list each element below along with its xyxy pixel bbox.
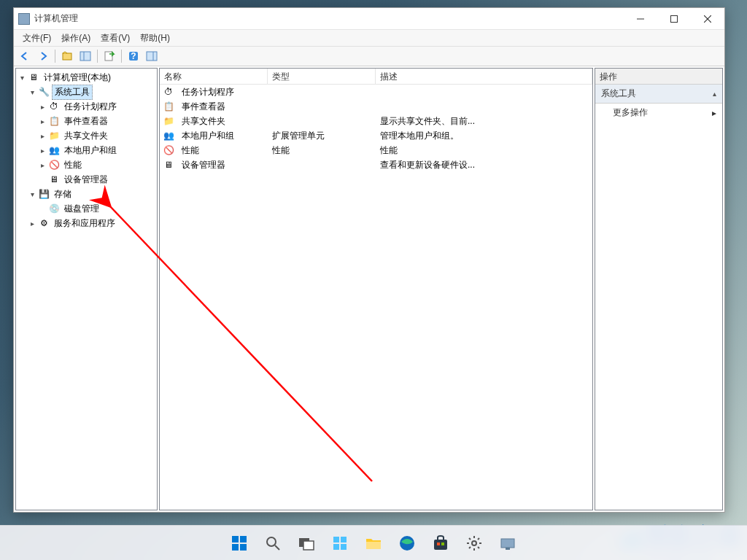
folder-icon: 📁 (48, 130, 60, 141)
maximize-button[interactable] (657, 8, 691, 30)
col-desc[interactable]: 描述 (376, 69, 592, 84)
expand-icon[interactable]: ▸ (36, 161, 48, 169)
cell-type (268, 164, 376, 166)
menu-action[interactable]: 操作(A) (57, 30, 95, 47)
tree-device-manager[interactable]: ▸ 🖥 设备管理器 (16, 172, 157, 187)
svg-line-18 (275, 545, 279, 550)
menu-help[interactable]: 帮助(H) (136, 30, 174, 47)
settings-button[interactable] (460, 529, 489, 558)
cell-name: 本地用户和组 (177, 129, 268, 143)
show-hide-tree-button[interactable] (77, 48, 93, 64)
taskbar[interactable] (0, 525, 747, 560)
computer-management-window: 计算机管理 文件(F) 操作(A) 查看(V) 帮助(H) ? ▾ 🖥 (13, 7, 725, 513)
app-taskbar-icon[interactable] (493, 529, 522, 558)
col-type[interactable]: 类型 (268, 69, 376, 84)
window-title: 计算机管理 (34, 12, 624, 25)
cell-name: 共享文件夹 (177, 114, 268, 128)
tree-storage[interactable]: ▾ 💾 存储 (16, 187, 157, 201)
event-icon: 📋 (48, 115, 60, 127)
tree-performance[interactable]: ▸ 🚫 性能 (16, 158, 157, 172)
tree-disk-management[interactable]: ▸ 💿 磁盘管理 (16, 201, 157, 216)
list-row[interactable]: 🖥设备管理器查看和更新设备硬件设... (160, 158, 592, 172)
svg-rect-7 (105, 52, 112, 61)
help-button[interactable]: ? (125, 48, 142, 64)
tree-shared-folders[interactable]: ▸ 📁 共享文件夹 (16, 128, 157, 143)
list-row[interactable]: 👥本地用户和组扩展管理单元管理本地用户和组。 (160, 128, 592, 143)
search-button[interactable] (258, 529, 287, 558)
menu-file[interactable]: 文件(F) (18, 30, 55, 47)
cell-name: 设备管理器 (177, 158, 268, 172)
expand-icon[interactable]: ▸ (36, 117, 48, 125)
row-icon: ⏱ (163, 86, 174, 98)
tree-system-tools[interactable]: ▾ 🔧 系统工具 (16, 85, 157, 99)
row-icon: 🖥 (163, 159, 174, 171)
list-pane[interactable]: 名称 类型 描述 ⏱任务计划程序📋事件查看器📁共享文件夹显示共享文件夹、目前..… (159, 68, 593, 510)
action-pane: 操作 系统工具 ▴ 更多操作 ▸ (595, 68, 723, 510)
svg-point-17 (267, 537, 276, 546)
list-row[interactable]: 📁共享文件夹显示共享文件夹、目前... (160, 114, 592, 128)
tree-root[interactable]: ▾ 🖥 计算机管理(本地) (16, 70, 157, 85)
collapse-icon[interactable]: ▾ (26, 190, 38, 198)
expand-icon[interactable]: ▸ (26, 219, 38, 228)
row-icon: 🚫 (163, 144, 174, 156)
svg-rect-16 (240, 544, 247, 551)
menu-view[interactable]: 查看(V) (96, 30, 134, 47)
svg-text:?: ? (131, 51, 136, 61)
cell-type (268, 120, 376, 122)
back-button[interactable] (17, 48, 33, 64)
explorer-button[interactable] (359, 529, 388, 558)
svg-rect-5 (80, 52, 90, 61)
export-button[interactable] (101, 48, 117, 64)
minimize-button[interactable] (624, 8, 657, 30)
tree-label: 事件查看器 (62, 114, 110, 128)
svg-rect-20 (303, 541, 314, 550)
cell-type (268, 91, 376, 93)
tree-task-scheduler[interactable]: ▸ ⏱ 任务计划程序 (16, 99, 157, 114)
expand-icon[interactable]: ▸ (36, 147, 48, 155)
performance-icon: 🚫 (48, 159, 60, 171)
taskview-button[interactable] (292, 529, 321, 558)
svg-rect-1 (671, 15, 678, 22)
collapse-icon[interactable]: ▾ (16, 74, 28, 82)
svg-rect-10 (147, 52, 157, 61)
expand-icon[interactable]: ▸ (36, 132, 48, 140)
content-area: ▾ 🖥 计算机管理(本地) ▾ 🔧 系统工具 ▸ ⏱ 任务计划程序 ▸ 📋 事件… (14, 66, 724, 512)
tree-label: 共享文件夹 (62, 129, 110, 143)
cell-name: 任务计划程序 (177, 85, 268, 99)
cell-type (268, 106, 376, 107)
action-more[interactable]: 更多操作 ▸ (595, 104, 722, 122)
edge-button[interactable] (392, 529, 422, 558)
tree-event-viewer[interactable]: ▸ 📋 事件查看器 (16, 114, 157, 128)
tree-local-users[interactable]: ▸ 👥 本地用户和组 (16, 143, 157, 158)
titlebar[interactable]: 计算机管理 (14, 8, 724, 30)
cell-desc: 性能 (376, 144, 402, 158)
svg-rect-28 (437, 542, 440, 545)
store-button[interactable] (426, 529, 455, 558)
forward-button[interactable] (35, 48, 51, 64)
list-row[interactable]: ⏱任务计划程序 (160, 85, 592, 99)
tree-label: 存储 (52, 187, 74, 201)
show-action-pane-button[interactable] (144, 48, 160, 64)
list-row[interactable]: 🚫性能性能性能 (160, 143, 592, 158)
svg-rect-15 (232, 544, 239, 551)
up-button[interactable] (59, 48, 75, 64)
list-row[interactable]: 📋事件查看器 (160, 99, 592, 114)
device-icon: 🖥 (48, 174, 60, 185)
start-button[interactable] (225, 529, 254, 558)
tree-label: 服务和应用程序 (52, 217, 117, 230)
tree-pane[interactable]: ▾ 🖥 计算机管理(本地) ▾ 🔧 系统工具 ▸ ⏱ 任务计划程序 ▸ 📋 事件… (15, 68, 158, 510)
expand-icon[interactable]: ▸ (36, 103, 48, 111)
widgets-button[interactable] (325, 529, 355, 558)
cell-name: 事件查看器 (177, 100, 268, 114)
close-button[interactable] (691, 8, 724, 30)
col-name[interactable]: 名称 (160, 69, 268, 84)
tree-services-apps[interactable]: ▸ ⚙ 服务和应用程序 (16, 216, 157, 230)
action-section[interactable]: 系统工具 ▴ (595, 85, 722, 104)
tree-label: 设备管理器 (62, 173, 110, 187)
svg-rect-27 (434, 540, 447, 550)
svg-rect-24 (341, 544, 347, 550)
tree-label: 本地用户和组 (62, 144, 119, 158)
toolbar-separator (55, 50, 55, 63)
app-icon (18, 13, 30, 25)
collapse-icon[interactable]: ▾ (26, 88, 38, 96)
